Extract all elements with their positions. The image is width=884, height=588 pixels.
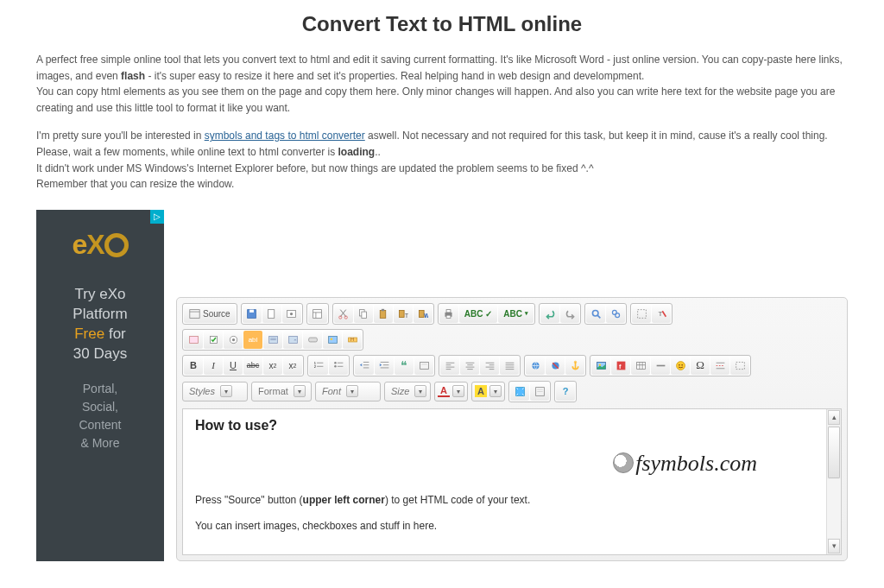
loading-bold: loading [338,146,375,158]
symbols-converter-link[interactable]: symbols and tags to html converter [205,130,365,142]
checkbox-button[interactable] [204,331,223,349]
about-button[interactable]: ? [556,383,575,401]
intro-text: You can copy html elements as you see th… [36,85,835,114]
unlink-button[interactable] [546,357,565,375]
find-button[interactable] [586,305,605,323]
align-center-button[interactable] [460,357,479,375]
svg-text:W: W [424,312,428,318]
align-justify-button[interactable] [500,357,519,375]
scroll-down-button[interactable]: ▾ [828,539,840,553]
underline-button[interactable]: U [224,357,243,375]
size-combo[interactable]: Size▾ [384,382,431,401]
page-title: Convert Text to HTML online [0,12,884,36]
ad-logo: eX [43,229,157,261]
adchoices-icon[interactable]: ▷ [150,210,164,224]
content-paragraph: Press "Source" button (upper left corner… [195,494,814,506]
print-button[interactable] [439,305,458,323]
blockquote-button[interactable]: ❝ [395,357,414,375]
smiley-button[interactable] [671,357,690,375]
paste-word-button[interactable]: W [414,305,433,323]
intro-text: aswell. Not necessary and not required f… [365,130,828,142]
paste-button[interactable] [374,305,393,323]
numbered-list-button[interactable]: 12 [309,357,328,375]
templates-button[interactable] [308,305,327,323]
spellcheck-button[interactable]: ABC✓ [459,305,498,323]
select-button[interactable] [283,331,302,349]
ad-subtext: Portal, Social, Content & More [43,380,157,452]
svg-line-29 [662,311,666,317]
hiddenfield-button[interactable]: H [343,331,362,349]
styles-combo[interactable]: Styles▾ [182,382,248,401]
scroll-up-button[interactable]: ▴ [828,410,840,425]
specialchar-button[interactable]: Ω [691,357,710,375]
flash-bold: flash [121,70,145,82]
svg-rect-16 [400,310,405,317]
svg-point-33 [231,338,234,341]
flash-button[interactable]: f [611,357,630,375]
imagebutton-button[interactable] [323,331,342,349]
svg-line-24 [597,315,600,318]
sidebar-ad[interactable]: ▷ eX Try eXo Platform Free for 30 Days P… [36,210,164,561]
svg-rect-83 [636,362,645,369]
undo-button[interactable] [540,305,559,323]
align-left-button[interactable] [440,357,459,375]
editor-scrollbar[interactable]: ▴ ▾ [826,409,841,554]
bgcolor-button[interactable]: A▾ [471,382,505,401]
textfield-button[interactable]: abl [243,331,262,349]
format-combo[interactable]: Format▾ [251,382,312,401]
form-button[interactable] [184,331,203,349]
pagebreak-button[interactable] [710,357,729,375]
align-right-button[interactable] [480,357,499,375]
bullet-list-button[interactable] [329,357,348,375]
bold-button[interactable]: B [184,357,203,375]
paste-text-button[interactable]: T [394,305,413,323]
maximize-button[interactable] [510,383,529,401]
subscript-button[interactable]: x2 [263,357,282,375]
anchor-button[interactable] [565,357,584,375]
copy-button[interactable] [354,305,373,323]
showblocks-button[interactable] [530,383,549,401]
strike-button[interactable]: abc [243,357,262,375]
select-all-button[interactable] [632,305,651,323]
italic-button[interactable]: I [204,357,223,375]
div-button[interactable] [414,357,433,375]
svg-point-88 [676,361,685,370]
outdent-button[interactable] [355,357,374,375]
scroll-thumb[interactable] [828,427,840,478]
superscript-button[interactable]: x2 [283,357,302,375]
remove-format-button[interactable]: T [652,305,671,323]
svg-rect-22 [446,315,451,318]
save-button[interactable] [243,305,262,323]
link-button[interactable] [526,357,545,375]
svg-rect-94 [736,362,744,369]
svg-text:H: H [350,337,354,342]
new-page-button[interactable] [262,305,281,323]
preview-button[interactable] [282,305,301,323]
editor-canvas[interactable]: How to use? fsymbols.com Press "Source" … [182,408,842,555]
image-button[interactable] [591,357,610,375]
scayt-button[interactable]: ABC▾ [498,305,534,323]
source-button[interactable]: Source [184,305,236,323]
hr-button[interactable] [651,357,670,375]
cut-button[interactable] [334,305,353,323]
textarea-button[interactable] [263,331,282,349]
textcolor-button[interactable]: A▾ [434,382,468,401]
svg-text:T: T [658,310,662,318]
svg-point-90 [681,364,683,366]
table-button[interactable] [631,357,650,375]
svg-point-26 [615,313,619,317]
ad-headline: Try eXo Platform Free for 30 Days [43,285,157,364]
intro-text: Please, wait a few moments, while online… [36,146,338,158]
redo-button[interactable] [560,305,579,323]
iframe-button[interactable] [730,357,749,375]
svg-rect-14 [380,310,386,318]
svg-rect-7 [313,309,322,318]
svg-rect-81 [616,361,625,370]
indent-button[interactable] [375,357,394,375]
intro-text: - it's super easy to resize it here and … [145,70,644,82]
svg-rect-39 [328,336,337,343]
radio-button[interactable] [224,331,243,349]
button-field-button[interactable] [303,331,322,349]
replace-button[interactable] [606,305,625,323]
font-combo[interactable]: Font▾ [315,382,381,401]
